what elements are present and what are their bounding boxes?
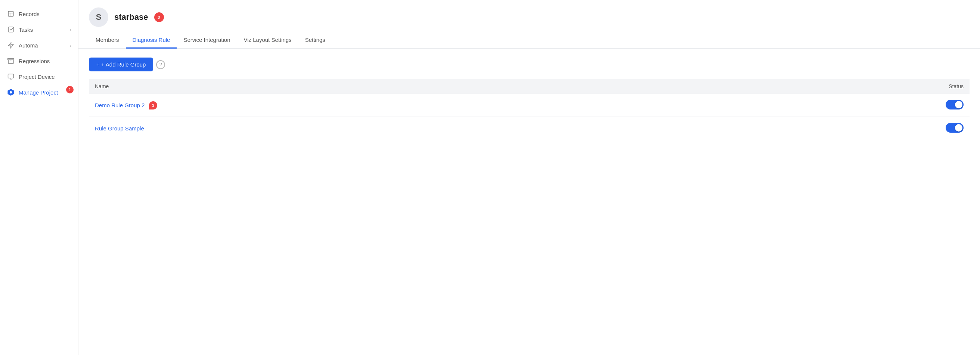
toggle-track — [946, 123, 964, 133]
row1-chat-badge: 3 — [149, 101, 157, 110]
table-header: Name Status — [89, 79, 970, 94]
file-icon — [7, 10, 15, 18]
column-status: Status — [718, 79, 970, 94]
add-rule-group-button[interactable]: + + Add Rule Group — [89, 57, 153, 72]
sidebar-item-regressions[interactable]: Regressions — [0, 53, 78, 69]
avatar: S — [89, 8, 108, 27]
sidebar-item-label: Records — [19, 11, 40, 17]
svg-rect-3 — [8, 27, 13, 32]
row1-status-cell — [718, 94, 970, 117]
table-row: Demo Rule Group 2 3 — [89, 94, 970, 117]
row2-status-cell — [718, 117, 970, 140]
sidebar-item-automa[interactable]: Automa › — [0, 37, 78, 53]
row1-name-cell: Demo Rule Group 2 3 — [89, 94, 718, 117]
bolt-icon — [7, 41, 15, 49]
tab-service-integration[interactable]: Service Integration — [177, 32, 237, 49]
sidebar-item-manage-project[interactable]: Manage Project 1 — [0, 84, 78, 100]
row2-name-cell: Rule Group Sample — [89, 117, 718, 140]
gear-hexagon-icon — [7, 88, 15, 96]
table-row: Rule Group Sample — [89, 117, 970, 140]
workspace-name: starbase — [114, 12, 148, 22]
help-icon[interactable]: ? — [156, 60, 165, 69]
sidebar-item-records[interactable]: Records — [0, 6, 78, 22]
sidebar-item-label: Regressions — [19, 58, 50, 64]
row2-toggle[interactable] — [946, 123, 964, 133]
row1-name-link[interactable]: Demo Rule Group 2 — [95, 102, 145, 108]
toolbar: + + Add Rule Group ? — [89, 57, 970, 72]
manage-project-badge: 1 — [66, 86, 73, 94]
svg-point-10 — [10, 92, 12, 94]
svg-rect-5 — [8, 58, 14, 60]
svg-rect-7 — [8, 74, 14, 78]
notification-badge: 2 — [154, 12, 164, 22]
main-content: S starbase 2 Members Diagnosis Rule Serv… — [78, 0, 980, 355]
row1-toggle[interactable] — [946, 100, 964, 110]
chevron-right-icon: › — [70, 27, 72, 32]
sidebar-item-label: Automa — [19, 42, 38, 49]
table-body: Demo Rule Group 2 3 — [89, 94, 970, 140]
svg-rect-0 — [8, 11, 13, 16]
sidebar-item-label: Project Device — [19, 73, 55, 80]
archive-icon — [7, 57, 15, 65]
tabs: Members Diagnosis Rule Service Integrati… — [78, 32, 980, 49]
sidebar-item-project-device[interactable]: Project Device — [0, 69, 78, 84]
tab-members[interactable]: Members — [89, 32, 126, 49]
device-icon — [7, 73, 15, 81]
sidebar: Records Tasks › Automa › — [0, 0, 78, 355]
check-icon — [7, 25, 15, 33]
add-icon: + — [96, 61, 100, 68]
tab-settings[interactable]: Settings — [298, 32, 332, 49]
rule-groups-table: Name Status Demo Rule Group 2 3 — [89, 79, 970, 140]
sidebar-item-label: Tasks — [19, 27, 33, 33]
tab-diagnosis-rule[interactable]: Diagnosis Rule — [126, 32, 177, 49]
header: S starbase 2 — [78, 0, 980, 27]
toggle-thumb — [955, 124, 963, 132]
add-button-label: + Add Rule Group — [101, 61, 146, 68]
toggle-track — [946, 100, 964, 110]
sidebar-item-tasks[interactable]: Tasks › — [0, 22, 78, 37]
content-area: + + Add Rule Group ? Name Status Demo Ru… — [78, 49, 980, 149]
column-name: Name — [89, 79, 718, 94]
row2-name-link[interactable]: Rule Group Sample — [95, 125, 144, 132]
tab-viz-layout-settings[interactable]: Viz Layout Settings — [237, 32, 298, 49]
toggle-thumb — [955, 101, 963, 108]
svg-marker-4 — [8, 43, 13, 48]
chevron-right-icon: › — [70, 43, 72, 48]
sidebar-item-label: Manage Project — [19, 89, 58, 96]
